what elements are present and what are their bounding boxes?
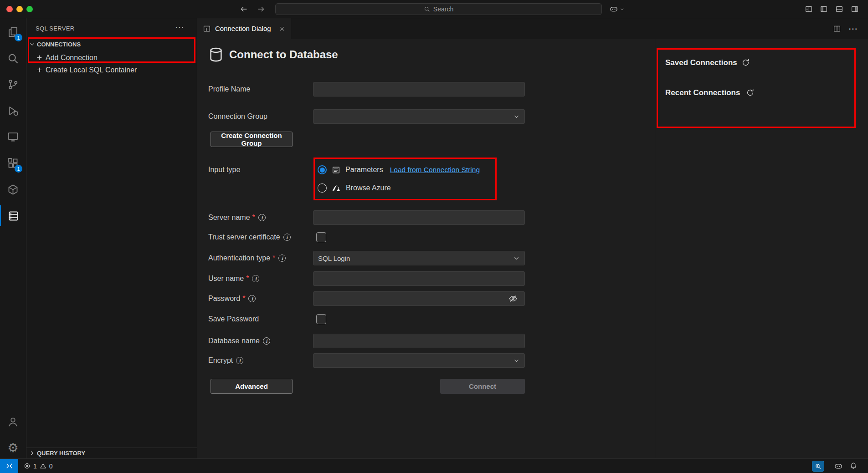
info-icon[interactable] xyxy=(283,234,291,241)
activity-explorer[interactable]: 1 xyxy=(0,21,26,42)
info-icon[interactable] xyxy=(236,357,243,364)
problems-button[interactable]: 1 0 xyxy=(24,459,53,473)
browse-azure-radio-row: Browse Azure xyxy=(318,181,391,195)
toggle-secondary-sidebar-button[interactable] xyxy=(850,5,859,13)
info-icon[interactable] xyxy=(263,337,270,345)
server-name-input[interactable] xyxy=(313,210,525,225)
tab-bar xyxy=(197,18,868,39)
activity-settings[interactable] xyxy=(0,437,26,458)
info-icon[interactable] xyxy=(248,295,256,302)
refresh-recent-connections-icon[interactable] xyxy=(746,88,755,97)
navigate-back-button[interactable] xyxy=(238,4,249,14)
activity-source-control[interactable] xyxy=(0,74,26,95)
tab-connection-dialog[interactable]: Connection Dialog xyxy=(197,18,291,39)
activity-accounts[interactable] xyxy=(0,411,26,432)
editor-actions xyxy=(833,18,858,39)
save-password-label: Save Password xyxy=(208,312,259,326)
connection-group-label: Connection Group xyxy=(208,109,267,124)
source-control-icon xyxy=(7,78,19,91)
query-history-section-header[interactable]: QUERY HISTORY xyxy=(26,448,197,458)
profile-name-label: Profile Name xyxy=(208,82,250,97)
required-asterisk: * xyxy=(242,295,245,303)
minimize-window-button[interactable] xyxy=(16,6,23,12)
remote-icon xyxy=(5,462,13,470)
refresh-saved-connections-icon[interactable] xyxy=(741,58,750,67)
zoom-indicator-button[interactable] xyxy=(812,461,824,472)
search-placeholder-text: Search xyxy=(433,5,453,13)
navigate-forward-button[interactable] xyxy=(256,4,267,14)
activity-remote-explorer[interactable] xyxy=(0,126,26,147)
encrypt-label: Encrypt xyxy=(208,353,243,368)
save-password-checkbox[interactable] xyxy=(316,314,326,324)
database-name-input[interactable] xyxy=(313,334,525,348)
activity-search[interactable] xyxy=(0,48,26,69)
create-connection-group-button[interactable]: Create Connection Group xyxy=(211,132,293,147)
activity-containers[interactable] xyxy=(0,179,26,200)
tab-label: Connection Dialog xyxy=(215,25,271,32)
activity-extensions[interactable]: 1 xyxy=(0,153,26,173)
connection-dialog-tab-icon xyxy=(203,25,211,33)
authentication-type-label: Authentication type * xyxy=(208,251,286,265)
editor-panel-divider[interactable] xyxy=(655,39,655,458)
toggle-password-visibility-icon[interactable] xyxy=(508,294,518,303)
activity-sql-server[interactable] xyxy=(0,205,26,226)
query-history-section-label: QUERY HISTORY xyxy=(37,450,85,457)
parameters-radio-row: Parameters Load from Connection String xyxy=(318,163,480,177)
load-from-connection-string-link[interactable]: Load from Connection String xyxy=(390,166,480,174)
copilot-icon xyxy=(609,5,618,14)
search-icon xyxy=(424,6,430,12)
user-name-label: User name * xyxy=(208,271,259,286)
password-input[interactable] xyxy=(313,291,525,306)
chevron-down-icon xyxy=(513,255,520,262)
create-local-sql-container-label: Create Local SQL Container xyxy=(46,66,137,74)
browse-azure-radio[interactable] xyxy=(318,183,327,193)
maximize-window-button[interactable] xyxy=(26,6,33,12)
profile-name-input[interactable] xyxy=(313,82,525,97)
encrypt-dropdown[interactable] xyxy=(313,353,525,368)
close-tab-icon[interactable] xyxy=(279,25,285,32)
authentication-type-value: SQL Login xyxy=(318,254,350,262)
create-local-sql-container-item[interactable]: Create Local SQL Container xyxy=(26,64,197,76)
toggle-panel-button[interactable] xyxy=(835,5,844,13)
sidebar-more-actions-button[interactable] xyxy=(175,23,184,32)
run-debug-icon xyxy=(7,105,19,117)
input-type-label: Input type xyxy=(208,163,240,177)
user-name-input[interactable] xyxy=(313,271,525,286)
activity-run-debug[interactable] xyxy=(0,100,26,121)
info-icon[interactable] xyxy=(258,214,266,221)
copilot-status-icon[interactable] xyxy=(834,462,843,471)
remote-explorer-icon xyxy=(7,131,19,143)
copilot-menu-button[interactable] xyxy=(609,4,625,14)
info-icon[interactable] xyxy=(278,254,286,262)
saved-connections-header: Saved Connections xyxy=(665,58,737,67)
sql-server-icon xyxy=(7,210,20,222)
error-count: 1 xyxy=(33,463,37,470)
chevron-down-icon xyxy=(513,113,520,120)
close-window-button[interactable] xyxy=(6,6,13,12)
trust-server-certificate-checkbox[interactable] xyxy=(316,232,326,242)
account-icon xyxy=(7,416,19,428)
split-editor-icon[interactable] xyxy=(833,25,841,33)
connect-button[interactable]: Connect xyxy=(440,379,525,394)
editor-more-actions-icon[interactable] xyxy=(848,24,858,33)
connections-section-header[interactable]: CONNECTIONS xyxy=(26,39,197,50)
authentication-type-dropdown[interactable]: SQL Login xyxy=(313,251,525,265)
parameters-radio[interactable] xyxy=(318,165,327,174)
advanced-button[interactable]: Advanced xyxy=(211,379,293,394)
add-connection-item[interactable]: Add Connection xyxy=(26,51,197,64)
info-icon[interactable] xyxy=(252,275,259,282)
browse-azure-label: Browse Azure xyxy=(346,184,391,192)
customize-layout-button[interactable] xyxy=(804,5,813,13)
trust-server-certificate-label: Trust server certificate xyxy=(208,230,291,244)
connection-group-dropdown[interactable] xyxy=(313,109,525,124)
editor-area xyxy=(197,18,868,458)
database-icon xyxy=(208,46,224,63)
toggle-primary-sidebar-button[interactable] xyxy=(819,5,828,13)
server-name-label: Server name * xyxy=(208,210,266,225)
notifications-bell-icon[interactable] xyxy=(849,462,858,470)
password-label: Password * xyxy=(208,291,256,306)
command-center-search[interactable]: Search xyxy=(275,3,602,15)
sidebar-title: SQL SERVER xyxy=(36,25,74,32)
chevron-right-icon xyxy=(29,450,36,457)
remote-indicator-button[interactable] xyxy=(0,459,18,473)
